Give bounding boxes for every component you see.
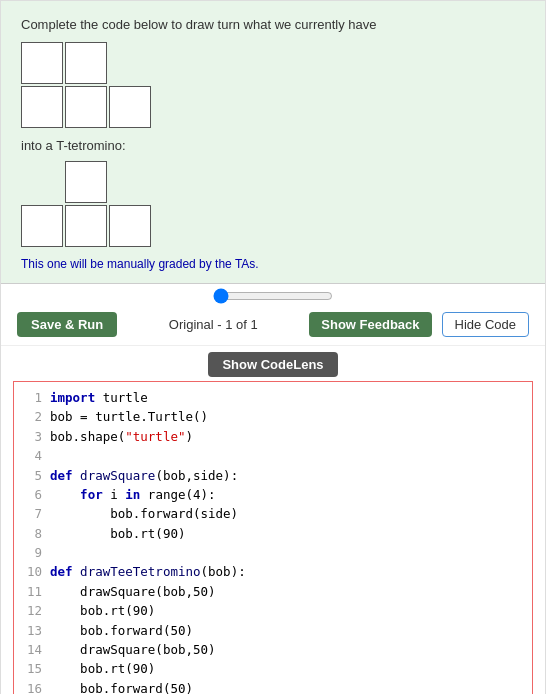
slider-container [1, 284, 545, 304]
code-line-9: 9 [18, 543, 528, 562]
grid-cell [21, 42, 63, 84]
code-line-16: 16 bob.forward(50) [18, 679, 528, 694]
history-slider[interactable] [213, 288, 333, 304]
code-line-12: 12 bob.rt(90) [18, 601, 528, 620]
grid-cell [21, 86, 63, 128]
target-shape [21, 161, 151, 247]
grid-cell [21, 205, 63, 247]
grid-cell [65, 42, 107, 84]
code-line-5: 5def drawSquare(bob,side): [18, 466, 528, 485]
original-label: Original - 1 of 1 [127, 317, 299, 332]
grid-cell [109, 205, 151, 247]
grid-cell-empty [21, 161, 63, 203]
code-line-7: 7 bob.forward(side) [18, 504, 528, 523]
grid-cell [65, 161, 107, 203]
code-editor[interactable]: 1import turtle 2bob = turtle.Turtle() 3b… [13, 381, 533, 694]
grid-cell [65, 86, 107, 128]
code-line-13: 13 bob.forward(50) [18, 621, 528, 640]
toolbar: Save & Run Original - 1 of 1 Show Feedba… [1, 304, 545, 346]
into-text: into a T-tetromino: [21, 138, 525, 153]
code-line-4: 4 [18, 446, 528, 465]
manual-grade-text: This one will be manually graded by the … [21, 257, 525, 271]
problem-description: Complete the code below to draw turn wha… [21, 17, 525, 32]
code-line-11: 11 drawSquare(bob,50) [18, 582, 528, 601]
code-line-10: 10def drawTeeTetromino(bob): [18, 562, 528, 581]
hide-code-button[interactable]: Hide Code [442, 312, 529, 337]
show-feedback-button[interactable]: Show Feedback [309, 312, 431, 337]
grid-cell [109, 86, 151, 128]
code-line-2: 2bob = turtle.Turtle() [18, 407, 528, 426]
code-line-3: 3bob.shape("turtle") [18, 427, 528, 446]
grid-cell-empty [109, 42, 151, 84]
code-line-8: 8 bob.rt(90) [18, 524, 528, 543]
codelens-row: Show CodeLens [1, 346, 545, 381]
grid-cell-empty [109, 161, 151, 203]
save-run-button[interactable]: Save & Run [17, 312, 117, 337]
show-codelens-button[interactable]: Show CodeLens [208, 352, 337, 377]
current-shape [21, 42, 151, 128]
grid-cell [65, 205, 107, 247]
code-line-6: 6 for i in range(4): [18, 485, 528, 504]
code-line-1: 1import turtle [18, 388, 528, 407]
code-line-14: 14 drawSquare(bob,50) [18, 640, 528, 659]
code-line-15: 15 bob.rt(90) [18, 659, 528, 678]
